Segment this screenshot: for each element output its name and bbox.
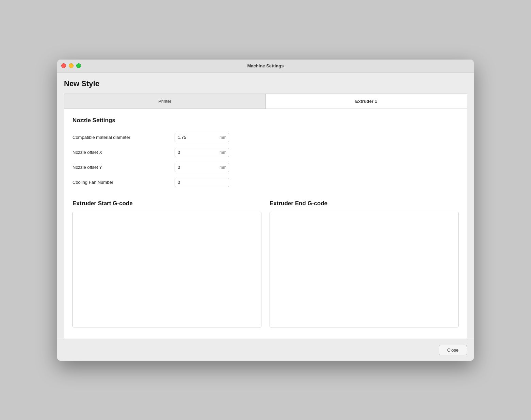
extruder-end-gcode-title: Extruder End G-code [270, 200, 458, 207]
minimize-window-button[interactable] [69, 63, 74, 68]
extruder-start-gcode-column: Extruder Start G-code [73, 200, 261, 328]
machine-settings-window: Machine Settings New Style Printer Extru… [57, 60, 474, 361]
setting-input-wrapper-nozzle-offset-y: mm [175, 163, 229, 172]
gcode-row: Extruder Start G-code Extruder End G-cod… [73, 200, 458, 328]
nozzle-offset-x-input[interactable] [175, 148, 229, 157]
tab-printer[interactable]: Printer [64, 94, 266, 109]
setting-row-cooling-fan: Cooling Fan Number [73, 175, 458, 190]
footer: Close [57, 339, 474, 361]
setting-label-cooling-fan: Cooling Fan Number [73, 180, 175, 185]
nozzle-offset-y-input[interactable] [175, 163, 229, 172]
cooling-fan-number-input[interactable] [175, 178, 229, 187]
setting-label-nozzle-offset-y: Nozzle offset Y [73, 165, 175, 170]
window-title: Machine Settings [247, 63, 284, 68]
tabs-container: Printer Extruder 1 [64, 94, 467, 109]
nozzle-settings-grid: Compatible material diameter mm Nozzle o… [73, 130, 458, 190]
titlebar: Machine Settings [57, 60, 474, 72]
extruder-end-gcode-column: Extruder End G-code [270, 200, 458, 328]
nozzle-settings-title: Nozzle Settings [73, 117, 458, 124]
setting-input-wrapper-nozzle-offset-x: mm [175, 148, 229, 157]
window-content: New Style Printer Extruder 1 Nozzle Sett… [57, 72, 474, 339]
extruder-start-gcode-textarea[interactable] [73, 212, 261, 327]
compatible-material-diameter-input[interactable] [175, 133, 229, 142]
close-button[interactable]: Close [439, 345, 467, 355]
maximize-window-button[interactable] [76, 63, 81, 68]
close-window-button[interactable] [61, 63, 66, 68]
setting-row-nozzle-offset-x: Nozzle offset X mm [73, 145, 458, 160]
setting-row-material-diameter: Compatible material diameter mm [73, 130, 458, 145]
extruder-end-gcode-textarea[interactable] [270, 212, 458, 327]
traffic-lights [61, 63, 81, 68]
extruder-start-gcode-title: Extruder Start G-code [73, 200, 261, 207]
gcode-section: Extruder Start G-code Extruder End G-cod… [73, 200, 458, 328]
setting-input-wrapper-material-diameter: mm [175, 133, 229, 142]
setting-label-nozzle-offset-x: Nozzle offset X [73, 150, 175, 155]
page-title: New Style [64, 79, 467, 88]
tab-extruder1[interactable]: Extruder 1 [266, 94, 467, 109]
setting-row-nozzle-offset-y: Nozzle offset Y mm [73, 160, 458, 175]
setting-input-wrapper-cooling-fan [175, 178, 229, 187]
tab-content-extruder1: Nozzle Settings Compatible material diam… [64, 109, 467, 339]
setting-label-material-diameter: Compatible material diameter [73, 135, 175, 140]
